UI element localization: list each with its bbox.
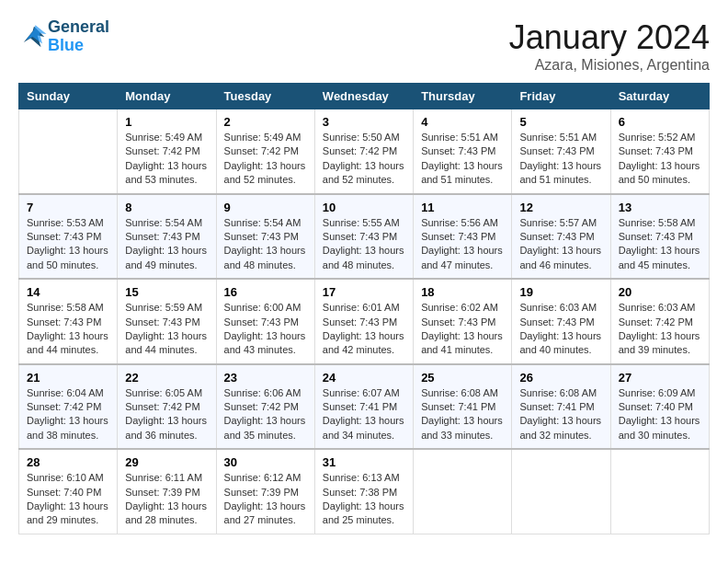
- calendar-cell: 21Sunrise: 6:04 AM Sunset: 7:42 PM Dayli…: [19, 364, 118, 450]
- week-row-1: 1Sunrise: 5:49 AM Sunset: 7:42 PM Daylig…: [19, 109, 710, 194]
- day-info: Sunrise: 5:51 AM Sunset: 7:43 PM Dayligh…: [421, 131, 504, 188]
- calendar-cell: 29Sunrise: 6:11 AM Sunset: 7:39 PM Dayli…: [118, 449, 216, 534]
- header-cell-tuesday: Tuesday: [216, 84, 314, 109]
- day-info: Sunrise: 6:11 AM Sunset: 7:39 PM Dayligh…: [125, 471, 208, 528]
- header-cell-wednesday: Wednesday: [314, 84, 413, 109]
- day-info: Sunrise: 5:58 AM Sunset: 7:43 PM Dayligh…: [619, 216, 701, 273]
- calendar-cell: 28Sunrise: 6:10 AM Sunset: 7:40 PM Dayli…: [19, 449, 118, 534]
- calendar-cell: 15Sunrise: 5:59 AM Sunset: 7:43 PM Dayli…: [118, 279, 216, 364]
- day-number: 16: [224, 285, 307, 299]
- day-number: 25: [421, 371, 504, 385]
- day-info: Sunrise: 6:13 AM Sunset: 7:38 PM Dayligh…: [323, 471, 405, 528]
- location-subtitle: Azara, Misiones, Argentina: [509, 57, 710, 74]
- calendar-cell: 19Sunrise: 6:03 AM Sunset: 7:43 PM Dayli…: [512, 279, 610, 364]
- calendar-cell: 4Sunrise: 5:51 AM Sunset: 7:43 PM Daylig…: [414, 109, 512, 194]
- day-number: 27: [619, 371, 701, 385]
- day-info: Sunrise: 6:09 AM Sunset: 7:40 PM Dayligh…: [619, 386, 701, 443]
- calendar-cell: 18Sunrise: 6:02 AM Sunset: 7:43 PM Dayli…: [414, 279, 512, 364]
- day-info: Sunrise: 6:01 AM Sunset: 7:43 PM Dayligh…: [323, 301, 405, 358]
- day-info: Sunrise: 5:59 AM Sunset: 7:43 PM Dayligh…: [125, 301, 208, 358]
- header: General Blue January 2024 Azara, Misione…: [18, 18, 710, 74]
- logo-line2: Blue: [48, 37, 109, 55]
- day-info: Sunrise: 6:10 AM Sunset: 7:40 PM Dayligh…: [27, 471, 109, 528]
- day-info: Sunrise: 6:06 AM Sunset: 7:42 PM Dayligh…: [224, 386, 307, 443]
- calendar-body: 1Sunrise: 5:49 AM Sunset: 7:42 PM Daylig…: [19, 109, 710, 534]
- day-number: 2: [224, 115, 307, 129]
- day-info: Sunrise: 5:53 AM Sunset: 7:43 PM Dayligh…: [27, 216, 109, 273]
- day-number: 29: [125, 455, 208, 469]
- day-number: 12: [519, 201, 602, 214]
- day-info: Sunrise: 6:04 AM Sunset: 7:42 PM Dayligh…: [27, 386, 109, 443]
- day-number: 31: [323, 455, 405, 469]
- day-info: Sunrise: 6:02 AM Sunset: 7:43 PM Dayligh…: [421, 301, 504, 358]
- day-info: Sunrise: 5:54 AM Sunset: 7:43 PM Dayligh…: [224, 216, 307, 273]
- logo-bird-icon: [20, 23, 48, 51]
- day-info: Sunrise: 5:49 AM Sunset: 7:42 PM Dayligh…: [125, 131, 208, 188]
- header-cell-thursday: Thursday: [414, 84, 512, 109]
- calendar-cell: 5Sunrise: 5:51 AM Sunset: 7:43 PM Daylig…: [512, 109, 610, 194]
- calendar-cell: [414, 449, 512, 534]
- day-info: Sunrise: 5:50 AM Sunset: 7:42 PM Dayligh…: [323, 131, 405, 188]
- month-title: January 2024: [509, 18, 710, 57]
- day-number: 11: [421, 201, 504, 214]
- week-row-5: 28Sunrise: 6:10 AM Sunset: 7:40 PM Dayli…: [19, 449, 710, 534]
- day-number: 1: [125, 115, 208, 129]
- logo-line1: General: [48, 18, 109, 37]
- day-number: 24: [323, 371, 405, 385]
- calendar-cell: [610, 449, 709, 534]
- week-row-2: 7Sunrise: 5:53 AM Sunset: 7:43 PM Daylig…: [19, 194, 710, 280]
- calendar-cell: 26Sunrise: 6:08 AM Sunset: 7:41 PM Dayli…: [512, 364, 610, 450]
- day-number: 15: [125, 285, 208, 299]
- day-info: Sunrise: 6:07 AM Sunset: 7:41 PM Dayligh…: [323, 386, 405, 443]
- day-number: 20: [619, 285, 701, 299]
- day-info: Sunrise: 5:51 AM Sunset: 7:43 PM Dayligh…: [519, 131, 602, 188]
- title-area: January 2024 Azara, Misiones, Argentina: [509, 18, 710, 74]
- day-info: Sunrise: 5:56 AM Sunset: 7:43 PM Dayligh…: [421, 216, 504, 273]
- calendar-cell: [19, 109, 118, 194]
- day-info: Sunrise: 6:08 AM Sunset: 7:41 PM Dayligh…: [421, 386, 504, 443]
- header-cell-friday: Friday: [512, 84, 610, 109]
- day-info: Sunrise: 6:00 AM Sunset: 7:43 PM Dayligh…: [224, 301, 307, 358]
- day-number: 3: [323, 115, 405, 129]
- day-number: 30: [224, 455, 307, 469]
- calendar-cell: 14Sunrise: 5:58 AM Sunset: 7:43 PM Dayli…: [19, 279, 118, 364]
- calendar-cell: 1Sunrise: 5:49 AM Sunset: 7:42 PM Daylig…: [118, 109, 216, 194]
- day-number: 26: [519, 371, 602, 385]
- day-number: 14: [27, 285, 109, 299]
- week-row-4: 21Sunrise: 6:04 AM Sunset: 7:42 PM Dayli…: [19, 364, 710, 450]
- header-cell-sunday: Sunday: [19, 84, 118, 109]
- day-number: 28: [27, 455, 109, 469]
- calendar-cell: 10Sunrise: 5:55 AM Sunset: 7:43 PM Dayli…: [314, 194, 413, 280]
- logo: General Blue: [18, 18, 109, 55]
- calendar-cell: 27Sunrise: 6:09 AM Sunset: 7:40 PM Dayli…: [610, 364, 709, 450]
- day-info: Sunrise: 5:54 AM Sunset: 7:43 PM Dayligh…: [125, 216, 208, 273]
- day-info: Sunrise: 5:49 AM Sunset: 7:42 PM Dayligh…: [224, 131, 307, 188]
- calendar-cell: 8Sunrise: 5:54 AM Sunset: 7:43 PM Daylig…: [118, 194, 216, 280]
- day-number: 22: [125, 371, 208, 385]
- calendar-cell: [512, 449, 610, 534]
- day-info: Sunrise: 5:58 AM Sunset: 7:43 PM Dayligh…: [27, 301, 109, 358]
- day-number: 17: [323, 285, 405, 299]
- calendar-cell: 30Sunrise: 6:12 AM Sunset: 7:39 PM Dayli…: [216, 449, 314, 534]
- day-info: Sunrise: 6:03 AM Sunset: 7:42 PM Dayligh…: [619, 301, 701, 358]
- calendar-cell: 17Sunrise: 6:01 AM Sunset: 7:43 PM Dayli…: [314, 279, 413, 364]
- calendar-header-row: SundayMondayTuesdayWednesdayThursdayFrid…: [19, 84, 710, 109]
- day-number: 9: [224, 201, 307, 214]
- day-info: Sunrise: 5:52 AM Sunset: 7:43 PM Dayligh…: [619, 131, 701, 188]
- calendar-cell: 12Sunrise: 5:57 AM Sunset: 7:43 PM Dayli…: [512, 194, 610, 280]
- day-info: Sunrise: 6:03 AM Sunset: 7:43 PM Dayligh…: [519, 301, 602, 358]
- day-info: Sunrise: 6:12 AM Sunset: 7:39 PM Dayligh…: [224, 471, 307, 528]
- day-number: 8: [125, 201, 208, 214]
- calendar-cell: 6Sunrise: 5:52 AM Sunset: 7:43 PM Daylig…: [610, 109, 709, 194]
- day-info: Sunrise: 5:55 AM Sunset: 7:43 PM Dayligh…: [323, 216, 405, 273]
- header-cell-saturday: Saturday: [610, 84, 709, 109]
- day-number: 21: [27, 371, 109, 385]
- calendar-cell: 3Sunrise: 5:50 AM Sunset: 7:42 PM Daylig…: [314, 109, 413, 194]
- day-number: 5: [519, 115, 602, 129]
- day-info: Sunrise: 6:08 AM Sunset: 7:41 PM Dayligh…: [519, 386, 602, 443]
- calendar-cell: 11Sunrise: 5:56 AM Sunset: 7:43 PM Dayli…: [414, 194, 512, 280]
- calendar-cell: 16Sunrise: 6:00 AM Sunset: 7:43 PM Dayli…: [216, 279, 314, 364]
- calendar-cell: 9Sunrise: 5:54 AM Sunset: 7:43 PM Daylig…: [216, 194, 314, 280]
- day-info: Sunrise: 6:05 AM Sunset: 7:42 PM Dayligh…: [125, 386, 208, 443]
- calendar-cell: 24Sunrise: 6:07 AM Sunset: 7:41 PM Dayli…: [314, 364, 413, 450]
